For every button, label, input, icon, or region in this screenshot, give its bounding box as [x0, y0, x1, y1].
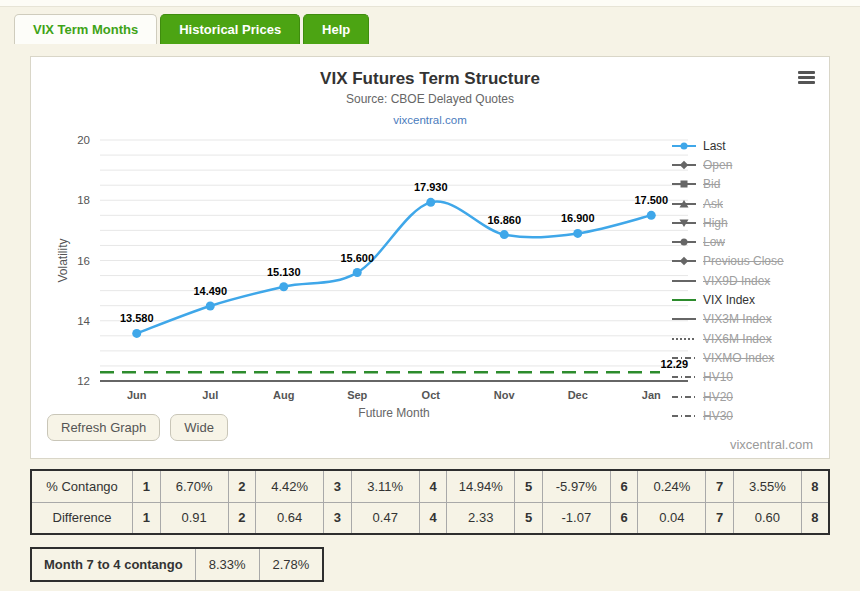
- month-index-cell: 1: [133, 502, 160, 534]
- value-cell: 14.94%: [447, 470, 515, 502]
- month-index-cell: 2: [228, 470, 255, 502]
- value-cell: 3.55%: [733, 470, 801, 502]
- value-cell: 6.70%: [160, 470, 228, 502]
- legend-label: Last: [703, 139, 726, 153]
- data-point[interactable]: [426, 198, 435, 207]
- month-index-cell: 7: [706, 502, 733, 534]
- value-cell: 0.64: [256, 502, 324, 534]
- legend-item-last[interactable]: Last: [671, 136, 819, 155]
- value-cell: 8.33%: [195, 548, 259, 581]
- legend-item-bid[interactable]: Bid: [671, 175, 819, 194]
- legend-marker-icon: [671, 255, 697, 267]
- x-tick-label: Sep: [347, 389, 367, 401]
- legend-item-low[interactable]: Low: [671, 232, 819, 251]
- legend-marker-icon: [671, 198, 697, 210]
- y-axis-title: Volatility: [56, 238, 70, 282]
- month-index-cell: 8: [801, 470, 829, 502]
- row-label: Month 7 to 4 contango: [31, 548, 195, 581]
- svg-text:16: 16: [77, 255, 90, 267]
- legend-item-vixmo-index[interactable]: VIXMO Index: [671, 348, 819, 367]
- x-tick-label: Dec: [568, 389, 588, 401]
- chart-subtitle: Source: CBOE Delayed Quotes: [31, 92, 829, 106]
- vixcentral-link[interactable]: vixcentral.com: [31, 114, 829, 126]
- legend-label: VIX9D Index: [703, 274, 770, 288]
- legend-marker-icon: [671, 371, 697, 383]
- legend-label: VIXMO Index: [703, 351, 774, 365]
- legend-marker-icon: [671, 140, 697, 152]
- row-label: Difference: [31, 502, 133, 534]
- data-point[interactable]: [353, 268, 362, 277]
- data-point[interactable]: [647, 211, 656, 220]
- legend-label: VIX6M Index: [703, 332, 772, 346]
- data-point-label: 17.930: [414, 181, 448, 193]
- svg-text:12: 12: [77, 375, 90, 387]
- legend-marker-icon: [671, 294, 697, 306]
- legend-item-hv30[interactable]: HV30: [671, 406, 819, 425]
- tab-historical-prices[interactable]: Historical Prices: [160, 14, 300, 44]
- legend-marker-icon: [671, 333, 697, 345]
- legend-item-hv10[interactable]: HV10: [671, 368, 819, 387]
- month-index-cell: 2: [228, 502, 255, 534]
- legend-item-high[interactable]: High: [671, 213, 819, 232]
- summary-table: Month 7 to 4 contango8.33%2.78%: [30, 547, 324, 582]
- value-cell: -5.97%: [542, 470, 610, 502]
- data-point-label: 15.600: [340, 252, 374, 264]
- value-cell: 0.60: [733, 502, 801, 534]
- legend-label: Ask: [703, 197, 723, 211]
- month-index-cell: 6: [610, 502, 637, 534]
- data-point[interactable]: [500, 230, 509, 239]
- button-row: Refresh Graph Wide: [47, 414, 228, 441]
- month-index-cell: 5: [515, 470, 542, 502]
- month-index-cell: 1: [133, 470, 160, 502]
- legend-label: HV10: [703, 370, 733, 384]
- refresh-graph-button[interactable]: Refresh Graph: [47, 414, 160, 441]
- legend-item-ask[interactable]: Ask: [671, 194, 819, 213]
- x-tick-label: Nov: [494, 389, 516, 401]
- data-point-label: 14.490: [193, 285, 227, 297]
- data-point[interactable]: [279, 282, 288, 291]
- tab-help[interactable]: Help: [303, 14, 369, 44]
- month-index-cell: 4: [419, 502, 446, 534]
- value-cell: -1.07: [542, 502, 610, 534]
- watermark: vixcentral.com: [730, 437, 813, 452]
- legend-label: Previous Close: [703, 254, 784, 268]
- wide-button[interactable]: Wide: [170, 414, 228, 441]
- month-index-cell: 6: [610, 470, 637, 502]
- value-cell: 2.33: [447, 502, 515, 534]
- legend-item-vix-index[interactable]: VIX Index: [671, 290, 819, 309]
- data-point[interactable]: [132, 329, 141, 338]
- tab-bar: VIX Term Months Historical Prices Help: [14, 13, 860, 44]
- x-tick-label: Oct: [422, 389, 441, 401]
- x-tick-label: Jun: [127, 389, 147, 401]
- month-index-cell: 8: [801, 502, 829, 534]
- value-cell: 4.42%: [256, 470, 324, 502]
- data-point[interactable]: [573, 229, 582, 238]
- month-index-cell: 7: [706, 470, 733, 502]
- legend-label: Bid: [703, 177, 720, 191]
- legend-item-hv20[interactable]: HV20: [671, 387, 819, 406]
- export-menu-icon[interactable]: [798, 71, 815, 86]
- legend-item-vix3m-index[interactable]: VIX3M Index: [671, 310, 819, 329]
- legend-marker-icon: [671, 352, 697, 364]
- tab-vix-term-months[interactable]: VIX Term Months: [14, 14, 157, 44]
- chart-title: VIX Futures Term Structure: [31, 69, 829, 89]
- legend-item-vix9d-index[interactable]: VIX9D Index: [671, 271, 819, 290]
- legend-item-vix6m-index[interactable]: VIX6M Index: [671, 329, 819, 348]
- chart-legend: LastOpenBidAskHighLowPrevious CloseVIX9D…: [671, 136, 819, 425]
- month-index-cell: 4: [419, 470, 446, 502]
- value-cell: 0.24%: [638, 470, 706, 502]
- svg-text:14: 14: [77, 315, 90, 327]
- x-tick-label: Aug: [273, 389, 294, 401]
- data-point[interactable]: [206, 301, 215, 310]
- legend-item-previous-close[interactable]: Previous Close: [671, 252, 819, 271]
- legend-label: Open: [703, 158, 732, 172]
- data-point-label: 16.860: [487, 214, 521, 226]
- term-structure-plot: 1214161820VolatilityJunJulAugSepOctNovDe…: [31, 129, 731, 429]
- value-cell: 0.04: [638, 502, 706, 534]
- value-cell: 3.11%: [351, 470, 419, 502]
- legend-item-open[interactable]: Open: [671, 155, 819, 174]
- svg-text:20: 20: [77, 134, 90, 146]
- value-cell: 0.91: [160, 502, 228, 534]
- data-point-label: 17.500: [634, 194, 668, 206]
- row-label: % Contango: [31, 470, 133, 502]
